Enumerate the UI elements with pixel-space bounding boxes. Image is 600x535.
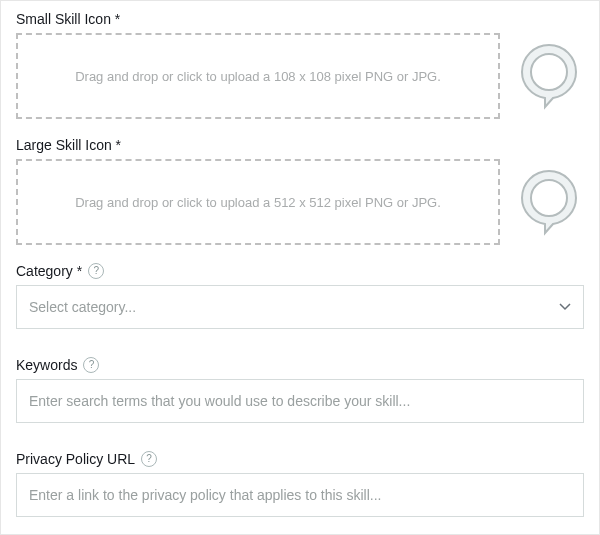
small-icon-row: Drag and drop or click to upload a 108 x… (16, 33, 584, 119)
category-label-row: Category * ? (16, 263, 584, 279)
keywords-input[interactable] (16, 379, 584, 423)
small-icon-dropzone[interactable]: Drag and drop or click to upload a 108 x… (16, 33, 500, 119)
small-icon-preview (514, 33, 584, 119)
keywords-label: Keywords (16, 357, 77, 373)
small-icon-field: Small Skill Icon * Drag and drop or clic… (16, 11, 584, 119)
large-icon-label: Large Skill Icon * (16, 137, 584, 153)
large-icon-preview (514, 159, 584, 245)
help-icon[interactable]: ? (83, 357, 99, 373)
small-icon-drop-text: Drag and drop or click to upload a 108 x… (75, 69, 441, 84)
help-icon[interactable]: ? (141, 451, 157, 467)
help-icon[interactable]: ? (88, 263, 104, 279)
large-icon-dropzone[interactable]: Drag and drop or click to upload a 512 x… (16, 159, 500, 245)
privacy-input[interactable] (16, 473, 584, 517)
large-icon-drop-text: Drag and drop or click to upload a 512 x… (75, 195, 441, 210)
chevron-down-icon (559, 300, 571, 314)
privacy-label-row: Privacy Policy URL ? (16, 451, 584, 467)
category-field: Category * ? Select category... (16, 263, 584, 329)
category-select[interactable]: Select category... (16, 285, 584, 329)
svg-point-1 (531, 180, 567, 216)
privacy-field: Privacy Policy URL ? (16, 451, 584, 517)
keywords-label-row: Keywords ? (16, 357, 584, 373)
large-icon-row: Drag and drop or click to upload a 512 x… (16, 159, 584, 245)
alexa-placeholder-icon (518, 41, 580, 111)
skill-store-form: Small Skill Icon * Drag and drop or clic… (0, 0, 600, 535)
small-icon-label: Small Skill Icon * (16, 11, 584, 27)
svg-point-0 (531, 54, 567, 90)
category-label: Category * (16, 263, 82, 279)
category-placeholder: Select category... (29, 299, 136, 315)
large-icon-field: Large Skill Icon * Drag and drop or clic… (16, 137, 584, 245)
privacy-label: Privacy Policy URL (16, 451, 135, 467)
keywords-field: Keywords ? (16, 357, 584, 423)
alexa-placeholder-icon (518, 167, 580, 237)
